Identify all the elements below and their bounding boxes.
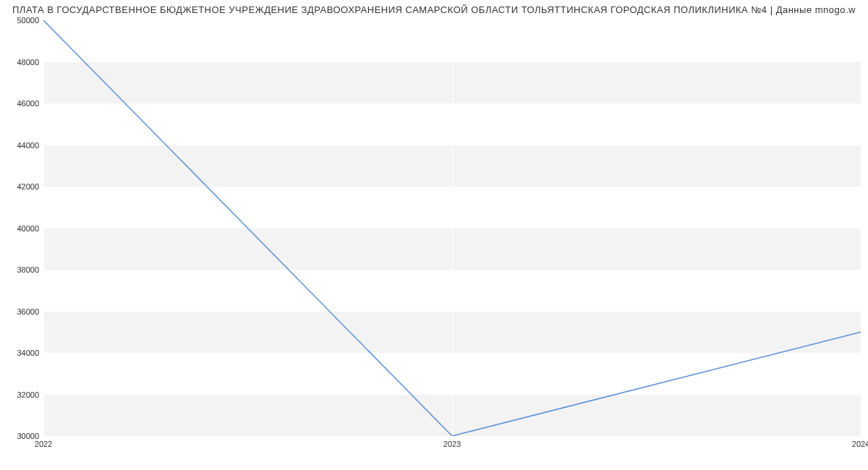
y-tick-label: 32000 <box>17 390 39 399</box>
x-tick-label: 2024 <box>852 440 868 448</box>
y-tick-label: 38000 <box>17 265 39 274</box>
plot-area <box>43 20 861 436</box>
y-tick-label: 40000 <box>17 224 39 233</box>
y-tick-label: 34000 <box>17 349 39 357</box>
y-tick-label: 48000 <box>17 58 39 67</box>
y-tick-label: 50000 <box>17 16 39 25</box>
x-tick-label: 2022 <box>35 440 52 448</box>
x-tick-label: 2023 <box>443 440 461 448</box>
chart-title: ПЛАТА В ГОСУДАРСТВЕННОЕ БЮДЖЕТНОЕ УЧРЕЖД… <box>0 4 868 15</box>
grid-line-vertical <box>452 20 453 436</box>
y-tick-label: 46000 <box>17 99 39 108</box>
y-tick-label: 44000 <box>17 141 39 150</box>
grid-line-vertical <box>861 20 861 436</box>
y-tick-label: 42000 <box>17 182 39 191</box>
grid-line-vertical <box>43 20 44 436</box>
y-tick-label: 36000 <box>17 307 39 316</box>
